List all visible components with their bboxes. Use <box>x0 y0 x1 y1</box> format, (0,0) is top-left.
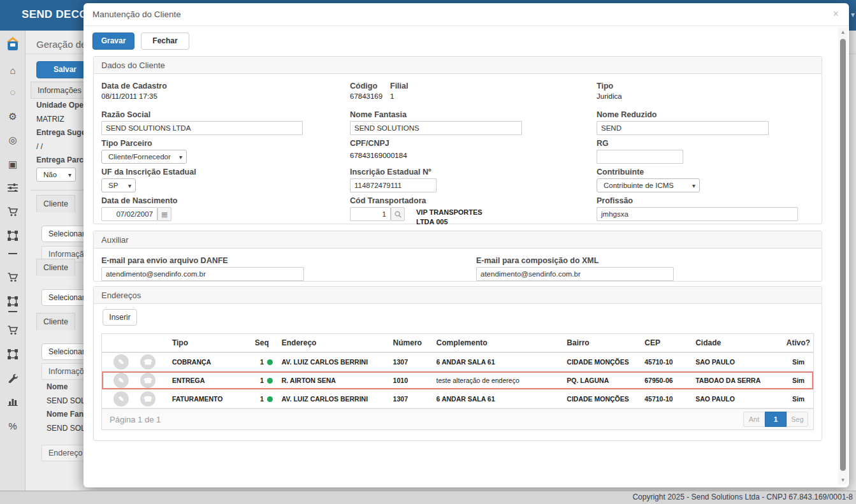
table-header-row: Tipo Seq Endereço Número Complemento Bai… <box>102 334 813 353</box>
uf-inscricao-estadual-label: UF da Inscrição Estadual <box>101 168 350 176</box>
table-row[interactable]: ✎ ☎ COBRANÇA 1 AV. LUIZ CARLOS BERRINI 1… <box>102 353 813 371</box>
edit-icon[interactable]: ✎ <box>113 354 129 370</box>
contribuinte-label: Contribuinte <box>597 168 814 176</box>
entrega-parcial-select[interactable]: Não ▾ <box>36 168 76 182</box>
tab-cliente-3[interactable]: Cliente <box>36 313 75 330</box>
active-dot <box>267 359 273 365</box>
target-icon[interactable]: ◎ <box>0 135 25 145</box>
sidebar: ⌂ ◌ ⚙ ◎ ▣ % <box>0 31 25 491</box>
razao-social-input[interactable] <box>101 121 303 135</box>
frame-icon[interactable] <box>0 231 25 241</box>
col-header-endereco: Endereço <box>282 338 393 347</box>
scrollbar-thumb[interactable] <box>840 39 846 471</box>
entrega-parcial-label: Entrega Parc <box>36 155 83 164</box>
uf-inscricao-estadual-select[interactable]: SP ▾ <box>101 178 136 192</box>
tipo-parceiro-label: Tipo Parceiro <box>101 139 350 148</box>
modal-titlebar: Manutenção do Cliente × <box>83 3 849 26</box>
cart-icon[interactable] <box>0 207 25 217</box>
logo-icon[interactable] <box>4 36 21 52</box>
cpf-cnpj-value: 67843169000184 <box>350 152 597 159</box>
col-header-cidade: Cidade <box>695 338 783 347</box>
inscricao-estadual-input[interactable] <box>350 178 437 192</box>
transportadora-descricao: VIP TRANSPORTES LTDA 005 <box>416 208 493 227</box>
email-danfe-input[interactable] <box>101 267 304 281</box>
edit-icon[interactable]: ✎ <box>113 373 129 388</box>
chevron-down-icon: ▾ <box>68 169 71 182</box>
frame-icon[interactable] <box>0 349 25 359</box>
tab-informacoes[interactable]: Informações <box>31 82 89 99</box>
nome-fantasia-input[interactable] <box>350 121 522 135</box>
phone-icon[interactable]: ☎ <box>140 391 156 407</box>
cart-icon[interactable] <box>0 273 25 282</box>
header-caret-icon[interactable]: ▾ <box>851 10 855 19</box>
entrega-sugerida-label: Entrega Suge <box>36 128 85 137</box>
rg-label: RG <box>597 139 814 148</box>
tab-cliente-1[interactable]: Cliente <box>36 195 75 212</box>
wrench-icon[interactable] <box>0 373 25 383</box>
contribuinte-select[interactable]: Contribuinte de ICMS ▾ <box>597 178 700 192</box>
section-title: Dados do Cliente <box>94 57 822 74</box>
unidade-operacional-value: MATRIZ <box>36 115 64 124</box>
search-icon[interactable] <box>391 207 405 221</box>
cod-transportadora-input[interactable] <box>350 207 391 221</box>
table-row[interactable]: ✎ ☎ FATURAMENTO 1 AV. LUIZ CARLOS BERRIN… <box>102 390 813 408</box>
home-icon[interactable]: ⌂ <box>0 66 25 76</box>
next-page-button[interactable]: Seg <box>787 412 808 427</box>
page-title: Geração de <box>36 39 86 50</box>
close-icon[interactable]: × <box>833 9 839 19</box>
separator <box>8 253 17 254</box>
rg-input[interactable] <box>597 150 683 164</box>
tipo-parceiro-select[interactable]: Cliente/Fornecedor ▾ <box>101 150 187 164</box>
scroll-down-icon[interactable]: ▼ <box>838 477 848 483</box>
profissao-input[interactable] <box>597 207 798 221</box>
pagination-bar: Página 1 de 1 Ant 1 Seg <box>101 408 814 430</box>
data-cadastro-value: 08/11/2011 17:35 <box>101 92 350 100</box>
table-row-selected[interactable]: ✎ ☎ ENTREGA 1 R. AIRTON SENA 1010 teste … <box>102 371 813 390</box>
frame-icon[interactable] <box>0 296 25 306</box>
active-dot <box>267 378 273 384</box>
col-header-seq: Seq <box>255 338 282 347</box>
fechar-button[interactable]: Fechar <box>141 32 189 50</box>
cart-icon[interactable] <box>0 326 25 335</box>
email-danfe-label: E-mail para envio arquivo DANFE <box>101 256 476 265</box>
active-dot <box>267 396 273 402</box>
col-header-ativo: Ativo? <box>783 338 813 347</box>
entrega-sugerida-value: / / <box>36 142 43 151</box>
phone-icon[interactable]: ☎ <box>140 373 156 388</box>
phone-icon[interactable]: ☎ <box>140 354 156 370</box>
chevron-down-icon: ▾ <box>692 180 695 192</box>
bar-chart-icon[interactable] <box>0 397 25 406</box>
footer: Copyright 2025 - Send Solutions Ltda - C… <box>0 491 856 504</box>
data-nascimento-input[interactable] <box>101 207 157 221</box>
page-1-button[interactable]: 1 <box>765 412 787 427</box>
separator <box>8 311 17 312</box>
gears-icon[interactable]: ⚙ <box>0 112 25 122</box>
col-header-complemento: Complemento <box>437 338 567 347</box>
modal-scrollbar[interactable]: ▲ ▼ <box>838 27 848 485</box>
cod-transportadora-label: Cód Transportadora <box>350 196 597 205</box>
filial-value: 1 <box>390 92 408 100</box>
email-xml-label: E-mail para composição do XML <box>476 256 814 265</box>
auxiliar-section: Auxiliar E-mail para envio arquivo DANFE… <box>93 231 822 282</box>
profissao-label: Profissão <box>597 196 814 205</box>
sliders-icon[interactable] <box>0 183 25 192</box>
section-title: Endereços <box>94 287 822 304</box>
tab-cliente-2[interactable]: Cliente <box>36 259 75 276</box>
tipo-label: Tipo <box>597 82 814 90</box>
inserir-button[interactable]: Inserir <box>103 309 137 326</box>
chevron-down-icon: ▾ <box>179 151 182 164</box>
email-xml-input[interactable] <box>476 267 674 281</box>
loader-icon[interactable]: ◌ <box>0 87 25 97</box>
cash-icon[interactable]: ▣ <box>0 159 25 169</box>
edit-icon[interactable]: ✎ <box>113 391 129 407</box>
percent-icon[interactable]: % <box>0 421 25 431</box>
nome-reduzido-input[interactable] <box>597 121 769 135</box>
inscricao-estadual-label: Inscrição Estadual Nº <box>350 168 597 176</box>
enderecos-table: Tipo Seq Endereço Número Complemento Bai… <box>101 333 814 408</box>
calendar-icon[interactable]: ▦ <box>157 207 171 221</box>
modal-title: Manutenção do Cliente <box>92 10 181 19</box>
copyright-text: Copyright 2025 - Send Solutions Ltda - C… <box>632 493 853 501</box>
scroll-up-icon[interactable]: ▲ <box>838 29 848 35</box>
gravar-button[interactable]: Gravar <box>92 32 134 50</box>
prev-page-button[interactable]: Ant <box>743 412 765 427</box>
